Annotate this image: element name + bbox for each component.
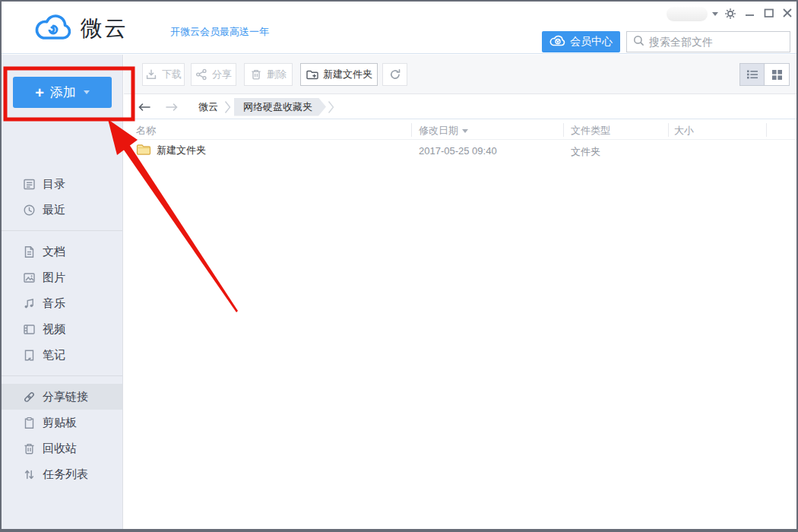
gear-icon[interactable] — [724, 8, 736, 20]
search-input[interactable] — [649, 36, 787, 48]
maximize-icon[interactable] — [764, 8, 776, 20]
sidebar-item-label: 任务列表 — [43, 467, 88, 482]
file-name-cell: 新建文件夹 — [136, 143, 206, 158]
sidebar-item-share-links[interactable]: 分享链接 — [2, 384, 122, 410]
sort-descending-icon — [462, 129, 468, 133]
weiyun-logo: 微云 — [33, 11, 128, 47]
main-content: 下载 分享 删除 新建文件夹 — [124, 55, 796, 529]
close-icon[interactable] — [782, 8, 794, 20]
search-icon — [633, 35, 644, 49]
vip-center-button[interactable]: 会员中心 — [542, 31, 620, 52]
sidebar-item-pictures[interactable]: 图片 — [2, 264, 122, 290]
sidebar-item-label: 视频 — [43, 322, 65, 337]
toolbar: 下载 分享 删除 新建文件夹 — [124, 55, 796, 94]
add-button[interactable]: + 添加 — [13, 77, 112, 108]
sidebar-item-documents[interactable]: 文档 — [2, 239, 122, 264]
add-button-label: 添加 — [50, 84, 76, 101]
new-folder-button-label: 新建文件夹 — [323, 68, 372, 81]
share-button[interactable]: 分享 — [191, 63, 236, 86]
column-header-type[interactable]: 文件类型 — [571, 124, 610, 138]
sidebar-item-label: 图片 — [43, 271, 65, 285]
column-separator — [668, 123, 669, 137]
chevron-right-icon — [328, 100, 334, 114]
sidebar-item-label: 笔记 — [43, 348, 65, 363]
sidebar-item-label: 回收站 — [43, 442, 77, 456]
file-modified: 2017-05-25 09:40 — [419, 145, 497, 157]
share-button-label: 分享 — [212, 68, 232, 81]
sidebar-item-label: 剪贴板 — [43, 416, 77, 430]
forward-arrow-icon[interactable] — [165, 102, 179, 112]
breadcrumb-item-current[interactable]: 网络硬盘收藏夹 — [234, 98, 326, 116]
delete-button-label: 删除 — [267, 68, 287, 81]
breadcrumb-item-root[interactable]: 微云 — [198, 100, 218, 114]
search-box[interactable] — [626, 31, 790, 52]
download-button-label: 下载 — [162, 68, 182, 81]
file-row[interactable]: 新建文件夹 2017-05-25 09:40 文件夹 — [124, 140, 796, 163]
sidebar-item-clipboard[interactable]: 剪贴板 — [2, 410, 122, 435]
sidebar-item-label: 目录 — [43, 177, 65, 192]
breadcrumb: 微云 网络硬盘收藏夹 — [124, 95, 796, 119]
new-folder-button[interactable]: 新建文件夹 — [300, 63, 378, 86]
back-arrow-icon[interactable] — [138, 102, 151, 112]
sidebar-separator — [2, 230, 122, 231]
sidebar-item-notes[interactable]: 笔记 — [2, 342, 122, 368]
sidebar-item-label: 最近 — [43, 203, 65, 217]
column-separator — [766, 123, 767, 137]
sidebar-item-music[interactable]: 音乐 — [2, 290, 122, 316]
sidebar-item-label: 文档 — [43, 245, 65, 259]
plus-icon: + — [35, 85, 44, 100]
chevron-right-icon — [224, 100, 231, 114]
sidebar-item-directory[interactable]: 目录 — [2, 171, 122, 197]
column-header-modified[interactable]: 修改日期 — [419, 124, 468, 138]
weiyun-app-window: 微云 开微云会员最高送一年 会员中心 — [0, 0, 798, 532]
view-toggle — [739, 63, 790, 86]
account-dropdown-caret[interactable] — [712, 12, 718, 16]
file-type: 文件夹 — [571, 145, 600, 159]
sidebar-item-task-list[interactable]: 任务列表 — [2, 461, 122, 487]
delete-button[interactable]: 删除 — [244, 63, 293, 86]
list-view-button[interactable] — [739, 63, 765, 86]
vip-cloud-icon — [549, 35, 566, 49]
sidebar-item-recent[interactable]: 最近 — [2, 197, 122, 223]
refresh-button[interactable] — [382, 63, 407, 86]
promo-link[interactable]: 开微云会员最高送一年 — [170, 25, 269, 39]
file-list-header: 名称 修改日期 文件类型 大小 — [124, 120, 796, 140]
column-separator — [411, 123, 412, 137]
account-blurred[interactable] — [667, 7, 708, 21]
column-header-size[interactable]: 大小 — [674, 124, 694, 138]
column-separator — [563, 123, 564, 137]
sidebar-item-label: 音乐 — [43, 296, 65, 311]
minimize-icon[interactable] — [745, 9, 757, 21]
sidebar-separator — [2, 375, 122, 376]
add-dropdown-caret-icon — [84, 90, 90, 94]
sidebar-item-recycle-bin[interactable]: 回收站 — [2, 435, 122, 461]
file-name: 新建文件夹 — [157, 144, 206, 157]
app-header: 微云 开微云会员最高送一年 会员中心 — [2, 2, 796, 54]
folder-icon — [136, 143, 151, 158]
download-button[interactable]: 下载 — [142, 63, 185, 86]
logo-text: 微云 — [81, 14, 128, 44]
sidebar-item-label: 分享链接 — [43, 390, 88, 404]
column-header-name[interactable]: 名称 — [136, 124, 156, 138]
sidebar: + 添加 目录 最近 文档 — [2, 55, 123, 529]
cloud-logo-icon — [33, 11, 73, 47]
vip-button-label: 会员中心 — [570, 35, 613, 49]
sidebar-item-videos[interactable]: 视频 — [2, 316, 122, 342]
grid-view-button[interactable] — [765, 63, 790, 86]
